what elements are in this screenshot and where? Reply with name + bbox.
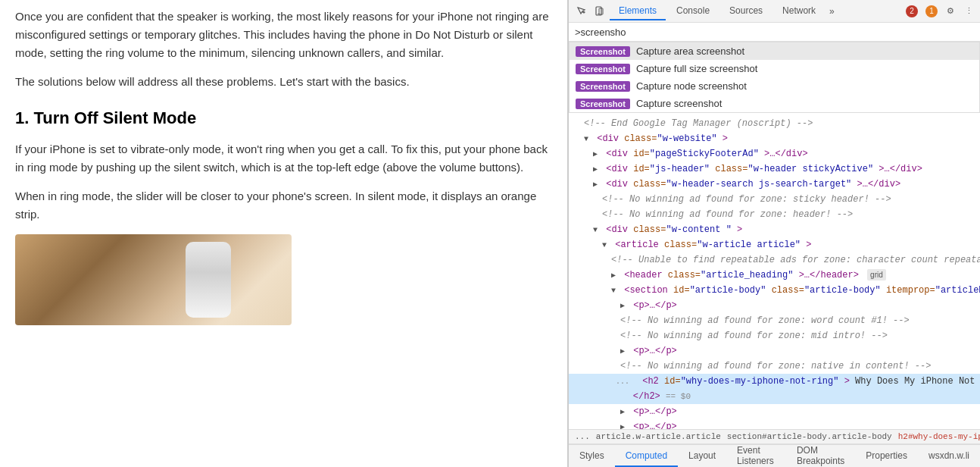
dom-line-w-website[interactable]: ▼ <div class="w-website" > <box>569 131 980 146</box>
bottom-tab-styles[interactable]: Styles <box>569 445 615 467</box>
autocomplete-item-2[interactable]: Screenshot Capture node screenshot <box>570 77 979 95</box>
autocomplete-badge-3: Screenshot <box>576 99 630 109</box>
dom-line-comment-repeatable[interactable]: <!-- Unable to find repeatable ads for z… <box>569 252 980 268</box>
dom-line-comment-header[interactable]: <!-- No winning ad found for zone: heade… <box>569 207 980 222</box>
dom-line-p4[interactable]: ▶ <p>…</p> <box>569 419 980 429</box>
breadcrumb-article[interactable]: article.w-article.article <box>596 432 721 441</box>
bottom-tab-event-listeners[interactable]: Event Listeners <box>726 445 786 467</box>
dom-line-h2-end[interactable]: </h2> == $0 <box>569 389 980 404</box>
section-heading: 1. Turn Off Silent Mode <box>15 105 552 131</box>
warning-count-badge: 1 <box>925 5 938 17</box>
intro-paragraph: Once you are confident that the speaker … <box>15 8 552 62</box>
section-para2: When in ring mode, the slider will be cl… <box>15 187 552 224</box>
settings-icon[interactable]: ⚙ <box>944 5 957 18</box>
dom-search-bar[interactable] <box>569 23 980 42</box>
bottom-tab-layout[interactable]: Layout <box>678 445 726 467</box>
dom-line-comment-gtm[interactable]: <!-- End Google Tag Manager (noscript) -… <box>569 116 980 131</box>
dom-line-header-search[interactable]: ▶ <div class="w-header-search js-search-… <box>569 177 980 192</box>
dom-line-js-header[interactable]: ▶ <div id="js-header" class="w-header st… <box>569 161 980 177</box>
dom-line-p2[interactable]: ▶ <p>…</p> <box>569 343 980 359</box>
autocomplete-dropdown: Screenshot Capture area screenshot Scree… <box>569 42 980 113</box>
autocomplete-text-2: Capture node screenshot <box>636 80 747 92</box>
dom-line-comment-mid-intro[interactable]: <!-- No winning ad found for zone: mid i… <box>569 328 980 343</box>
search-input[interactable] <box>575 27 974 38</box>
breadcrumb-h2[interactable]: h2#why-does-my-iphone-not-ring <box>898 432 980 441</box>
grid-badge: grid <box>867 269 886 281</box>
solutions-paragraph: The solutions below will address all the… <box>15 73 552 91</box>
dom-line-comment-sticky[interactable]: <!-- No winning ad found for zone: stick… <box>569 192 980 207</box>
bottom-tab-properties[interactable]: Properties <box>855 445 918 467</box>
autocomplete-item-1[interactable]: Screenshot Capture full size screenshot <box>570 60 979 77</box>
dom-line-comment-native[interactable]: <!-- No winning ad found for zone: nativ… <box>569 359 980 374</box>
dom-line-sticky-footer[interactable]: ▶ <div id="pageStickyFooterAd" >…</div> <box>569 146 980 161</box>
breadcrumb-ellipsis[interactable]: ... <box>575 432 590 441</box>
bottom-tab-wsxdn[interactable]: wsxdn.w.li <box>918 445 980 467</box>
devtools-panel: Elements Console Sources Network » 2 1 ⚙… <box>568 0 980 467</box>
autocomplete-item-3[interactable]: Screenshot Capture screenshot <box>570 95 979 112</box>
dom-line-w-content[interactable]: ▼ <div class="w-content " > <box>569 222 980 237</box>
dom-line-article-heading[interactable]: ▶ <header class="article_heading" >…</he… <box>569 268 980 283</box>
autocomplete-badge-1: Screenshot <box>576 64 630 74</box>
dom-line-p3[interactable]: ▶ <p>…</p> <box>569 404 980 419</box>
dom-line-h2-selected[interactable]: ... <h2 id="why-does-my-iphone-not-ring"… <box>569 374 980 389</box>
tab-network[interactable]: Network <box>773 2 825 20</box>
article-content: Once you are confident that the speaker … <box>0 0 568 467</box>
breadcrumb-bar: ... article.w-article.article section#ar… <box>569 429 980 444</box>
dom-line-comment-word-count[interactable]: <!-- No winning ad found for zone: word … <box>569 313 980 328</box>
autocomplete-text-3: Capture screenshot <box>636 98 722 109</box>
autocomplete-text-0: Capture area screenshot <box>636 45 744 57</box>
autocomplete-text-1: Capture full size screenshot <box>636 63 757 74</box>
devtools-topbar: Elements Console Sources Network » 2 1 ⚙… <box>569 0 980 23</box>
device-icon[interactable] <box>591 3 608 20</box>
tab-sources[interactable]: Sources <box>720 2 772 20</box>
more-tabs-button[interactable]: » <box>826 6 838 17</box>
inspector-icon[interactable] <box>573 3 590 20</box>
bottom-tabs-bar: Styles Computed Layout Event Listeners D… <box>569 444 980 467</box>
error-count-badge: 2 <box>906 5 918 17</box>
autocomplete-item-0[interactable]: Screenshot Capture area screenshot <box>570 42 979 60</box>
autocomplete-badge-2: Screenshot <box>576 81 630 92</box>
tab-elements[interactable]: Elements <box>610 2 666 20</box>
breadcrumb-section[interactable]: section#article-body.article-body <box>727 432 892 441</box>
bottom-tab-computed[interactable]: Computed <box>615 445 678 467</box>
dom-line-article-body[interactable]: ▼ <section id="article-body" class="arti… <box>569 283 980 298</box>
article-image <box>15 234 292 325</box>
bottom-tab-dom-breakpoints[interactable]: DOM Breakpoints <box>786 445 855 467</box>
dom-line-p1[interactable]: ▶ <p>…</p> <box>569 298 980 313</box>
autocomplete-badge-0: Screenshot <box>576 46 630 57</box>
tab-console[interactable]: Console <box>667 2 719 20</box>
devtools-action-icons: 2 1 ⚙ ⋮ <box>904 5 975 18</box>
more-options-icon[interactable]: ⋮ <box>962 5 975 18</box>
section-para1: If your iPhone is set to vibrate-only mo… <box>15 140 552 177</box>
dom-line-article[interactable]: ▼ <article class="w-article article" > <box>569 237 980 252</box>
dom-tree: <!-- End Google Tag Manager (noscript) -… <box>569 113 980 429</box>
